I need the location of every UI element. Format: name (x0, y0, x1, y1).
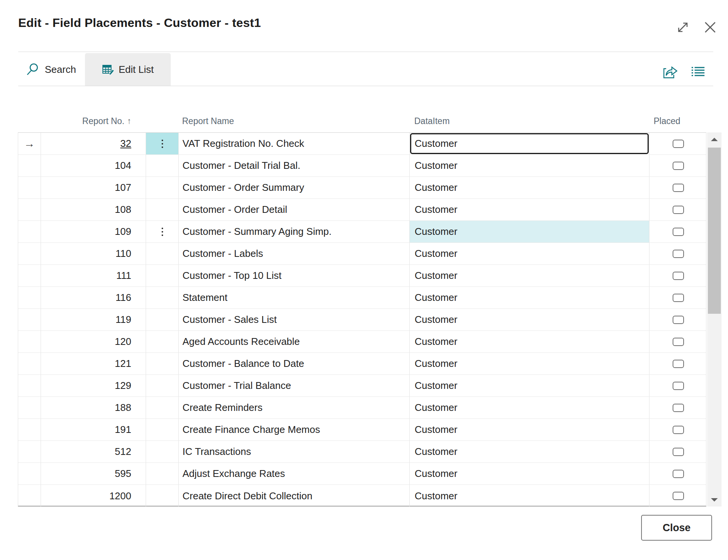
placed-checkbox[interactable] (673, 162, 684, 170)
report-no-cell[interactable]: 191 (41, 419, 146, 440)
dataitem-cell[interactable]: Customer (410, 155, 649, 176)
placed-checkbox[interactable] (673, 426, 684, 434)
column-header-dataitem[interactable]: DataItem (409, 116, 649, 126)
column-header-report-no[interactable]: Report No. ↑ (41, 116, 146, 126)
report-name-cell[interactable]: Customer - Order Detail (179, 199, 410, 220)
row-menu-button[interactable] (146, 133, 179, 154)
search-button[interactable]: Search (26, 58, 76, 81)
report-no-cell[interactable]: 109 (41, 221, 146, 242)
placed-checkbox[interactable] (673, 294, 684, 302)
report-no-cell[interactable]: 110 (41, 243, 146, 264)
report-no-cell[interactable]: 121 (41, 353, 146, 374)
report-name-cell[interactable]: IC Transactions (179, 441, 410, 462)
row-menu-button[interactable] (146, 441, 179, 462)
row-menu-button[interactable] (146, 397, 179, 418)
row-menu-button[interactable] (146, 331, 179, 352)
report-no-cell[interactable]: 32 (41, 133, 146, 154)
report-no-cell[interactable]: 120 (41, 331, 146, 352)
report-no-cell[interactable]: 104 (41, 155, 146, 176)
edit-list-button[interactable]: Edit List (85, 53, 171, 86)
share-button[interactable] (660, 63, 680, 80)
placed-checkbox[interactable] (673, 184, 684, 192)
report-no-cell[interactable]: 595 (41, 463, 146, 484)
dataitem-cell[interactable]: Customer (410, 199, 649, 220)
placed-checkbox[interactable] (673, 470, 684, 478)
report-name-cell[interactable]: Customer - Detail Trial Bal. (179, 155, 410, 176)
vertical-scrollbar[interactable] (707, 132, 722, 507)
dataitem-cell[interactable]: Customer (410, 463, 649, 484)
dataitem-cell[interactable]: Customer (410, 309, 649, 330)
report-name-cell[interactable]: Customer - Sales List (179, 309, 410, 330)
column-header-report-name[interactable]: Report Name (178, 116, 409, 126)
report-no-cell[interactable]: 111 (41, 265, 146, 286)
column-header-placed[interactable]: Placed (649, 116, 706, 126)
report-no-cell[interactable]: 129 (41, 375, 146, 396)
report-name-cell[interactable]: VAT Registration No. Check (179, 133, 410, 154)
row-menu-button[interactable] (146, 353, 179, 374)
dataitem-cell[interactable]: Customer (410, 441, 649, 462)
report-name-cell[interactable]: Customer - Trial Balance (179, 375, 410, 396)
dataitem-cell[interactable]: Customer (410, 397, 649, 418)
expand-window-button[interactable] (674, 18, 692, 36)
placed-checkbox[interactable] (673, 272, 684, 280)
dataitem-cell[interactable]: Customer (410, 265, 649, 286)
placed-checkbox[interactable] (673, 338, 684, 346)
dataitem-cell[interactable]: Customer (410, 485, 649, 507)
scroll-down-button[interactable] (707, 493, 722, 507)
report-name-cell[interactable]: Aged Accounts Receivable (179, 331, 410, 352)
row-menu-button[interactable] (146, 199, 179, 220)
dataitem-cell[interactable]: Customer (410, 287, 649, 308)
report-no-cell[interactable]: 119 (41, 309, 146, 330)
row-menu-button[interactable] (146, 287, 179, 308)
dataitem-cell[interactable]: Customer (410, 331, 649, 352)
report-name-cell[interactable]: Create Reminders (179, 397, 410, 418)
placed-checkbox[interactable] (673, 492, 684, 500)
report-no-cell[interactable]: 188 (41, 397, 146, 418)
row-menu-button[interactable] (146, 243, 179, 264)
dataitem-cell[interactable]: Customer (410, 243, 649, 264)
dataitem-cell[interactable]: Customer (410, 419, 649, 440)
report-name-cell[interactable]: Customer - Balance to Date (179, 353, 410, 374)
report-name-cell[interactable]: Statement (179, 287, 410, 308)
placed-checkbox[interactable] (673, 360, 684, 368)
row-menu-button[interactable] (146, 221, 179, 242)
report-name-cell[interactable]: Customer - Top 10 List (179, 265, 410, 286)
report-name-cell[interactable]: Customer - Labels (179, 243, 410, 264)
report-no-cell[interactable]: 1200 (41, 485, 146, 507)
report-name-cell[interactable]: Adjust Exchange Rates (179, 463, 410, 484)
close-window-button[interactable] (701, 18, 719, 36)
row-menu-button[interactable] (146, 419, 179, 440)
placed-checkbox[interactable] (673, 448, 684, 456)
list-view-button[interactable] (688, 63, 708, 80)
placed-checkbox[interactable] (673, 228, 684, 236)
row-menu-button[interactable] (146, 309, 179, 330)
report-name-cell[interactable]: Create Direct Debit Collection (179, 485, 410, 507)
dataitem-cell[interactable]: Customer (410, 221, 649, 242)
row-menu-button[interactable] (146, 463, 179, 484)
close-button[interactable]: Close (641, 515, 712, 541)
dataitem-cell[interactable]: Customer (410, 375, 649, 396)
placed-checkbox[interactable] (673, 382, 684, 390)
report-no-cell[interactable]: 108 (41, 199, 146, 220)
scroll-up-button[interactable] (707, 132, 722, 146)
scrollbar-thumb[interactable] (708, 148, 721, 314)
report-name-cell[interactable]: Create Finance Charge Memos (179, 419, 410, 440)
placed-checkbox[interactable] (673, 140, 684, 148)
report-name-cell[interactable]: Customer - Summary Aging Simp. (179, 221, 410, 242)
report-no-cell[interactable]: 512 (41, 441, 146, 462)
row-menu-button[interactable] (146, 375, 179, 396)
dataitem-cell[interactable]: Customer (410, 133, 649, 154)
report-no-cell[interactable]: 107 (41, 177, 146, 198)
row-menu-button[interactable] (146, 265, 179, 286)
placed-checkbox[interactable] (673, 250, 684, 258)
row-menu-button[interactable] (146, 177, 179, 198)
placed-checkbox[interactable] (673, 316, 684, 324)
placed-checkbox[interactable] (673, 206, 684, 214)
report-name-cell[interactable]: Customer - Order Summary (179, 177, 410, 198)
report-no-cell[interactable]: 116 (41, 287, 146, 308)
dataitem-cell[interactable]: Customer (410, 353, 649, 374)
dataitem-cell[interactable]: Customer (410, 177, 649, 198)
row-menu-button[interactable] (146, 155, 179, 176)
row-menu-button[interactable] (146, 485, 179, 507)
placed-checkbox[interactable] (673, 404, 684, 412)
